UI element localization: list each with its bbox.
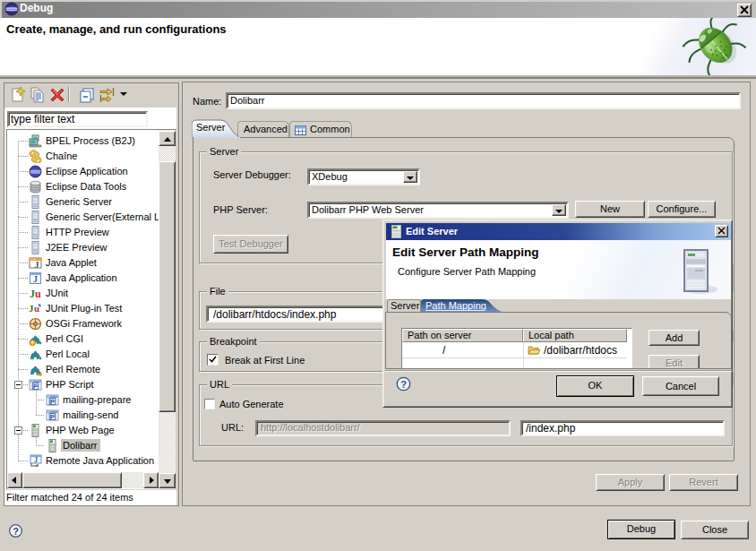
svg-text:?: ? xyxy=(13,526,19,537)
svg-text:J: J xyxy=(34,456,38,464)
svg-text:P: P xyxy=(50,413,56,421)
svg-text:P: P xyxy=(33,383,39,391)
svg-text:J: J xyxy=(35,260,39,270)
svg-text:P: P xyxy=(50,398,56,406)
svg-text:?: ? xyxy=(400,379,407,390)
svg-text:Path Mapping: Path Mapping xyxy=(425,300,486,311)
svg-text:u: u xyxy=(35,288,41,300)
svg-text:Server: Server xyxy=(196,122,226,133)
svg-text:J: J xyxy=(33,274,38,284)
